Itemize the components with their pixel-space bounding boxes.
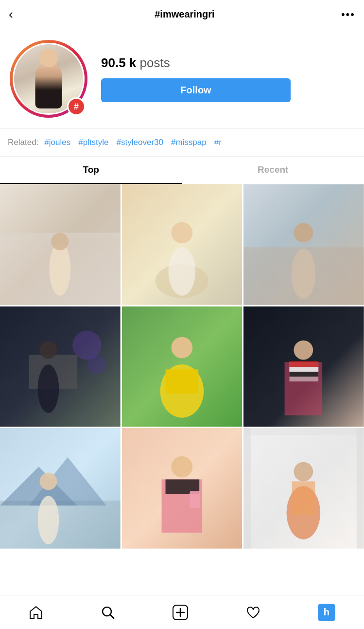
photo-cell-4[interactable]	[0, 306, 121, 427]
related-label: Related:	[8, 138, 38, 147]
tab-top[interactable]: Top	[0, 157, 182, 184]
nav-search[interactable]	[97, 601, 119, 624]
svg-point-19	[87, 355, 106, 374]
header: ‹ #imwearingri •••	[0, 0, 364, 29]
related-tag-misspap[interactable]: #misspap	[171, 138, 207, 147]
svg-point-12	[294, 223, 313, 243]
posts-number: 90.5 k	[101, 55, 136, 70]
related-section: Related: #joules #pltstyle #styleover30 …	[0, 129, 364, 157]
photo-cell-3[interactable]	[243, 184, 364, 305]
nav-home[interactable]	[25, 601, 47, 624]
related-tag-pltstyle[interactable]: #pltstyle	[78, 138, 108, 147]
nav-add[interactable]	[169, 601, 192, 624]
h-badge: h	[318, 604, 335, 621]
photo-cell-6[interactable]	[243, 306, 364, 427]
related-tags: #joules #pltstyle #styleover30 #misspap …	[44, 138, 222, 147]
tab-recent[interactable]: Recent	[182, 157, 364, 184]
nav-heart[interactable]	[242, 601, 264, 624]
search-icon	[101, 605, 115, 620]
svg-point-4	[49, 242, 70, 295]
photo-cell-9[interactable]	[243, 428, 364, 549]
home-icon	[29, 605, 43, 620]
svg-rect-30	[290, 372, 319, 377]
related-tag-joules[interactable]: #joules	[44, 138, 70, 147]
svg-point-9	[168, 247, 195, 295]
svg-point-46	[294, 462, 313, 482]
posts-label: posts	[140, 55, 170, 70]
avatar[interactable]: #	[10, 40, 87, 118]
nav-h[interactable]: h	[314, 600, 339, 625]
svg-point-17	[38, 364, 59, 413]
related-tag-styleover30[interactable]: #styleover30	[117, 138, 163, 147]
hashtag-badge: #	[67, 97, 86, 116]
related-tag-more[interactable]: #r	[214, 138, 222, 147]
photo-cell-5[interactable]	[122, 306, 243, 427]
svg-rect-43	[243, 428, 251, 549]
bottom-nav: h	[0, 595, 364, 629]
svg-point-13	[292, 249, 316, 299]
profile-info: 90.5 k posts Follow	[87, 55, 354, 102]
more-options-button[interactable]: •••	[341, 8, 355, 21]
back-button[interactable]: ‹	[9, 7, 28, 22]
page-title: #imwearingri	[155, 9, 214, 20]
svg-rect-29	[290, 367, 319, 372]
svg-point-21	[171, 337, 192, 358]
tabs-row: Top Recent	[0, 157, 364, 184]
svg-point-35	[40, 473, 57, 490]
heart-icon	[246, 605, 260, 620]
svg-point-16	[40, 341, 57, 359]
follow-button[interactable]: Follow	[101, 78, 291, 102]
svg-point-36	[38, 496, 59, 544]
svg-point-38	[171, 456, 192, 478]
photo-grid	[0, 184, 364, 549]
svg-point-5	[51, 233, 69, 250]
svg-rect-3	[0, 184, 121, 237]
add-icon	[173, 605, 188, 620]
svg-point-8	[171, 222, 192, 244]
svg-rect-41	[190, 491, 200, 508]
svg-rect-44	[357, 428, 364, 549]
svg-rect-48	[292, 482, 315, 516]
photo-cell-8[interactable]	[122, 428, 243, 549]
photo-cell-1[interactable]	[0, 184, 121, 305]
svg-rect-32	[0, 501, 121, 549]
svg-rect-23	[165, 369, 198, 394]
posts-count: 90.5 k posts	[101, 55, 170, 71]
svg-rect-45	[243, 428, 364, 435]
profile-section: # 90.5 k posts Follow	[0, 29, 364, 129]
photo-cell-7[interactable]	[0, 428, 121, 549]
svg-line-50	[110, 614, 114, 618]
svg-point-25	[294, 340, 313, 359]
photo-cell-2[interactable]	[122, 184, 243, 305]
svg-rect-28	[290, 361, 319, 367]
